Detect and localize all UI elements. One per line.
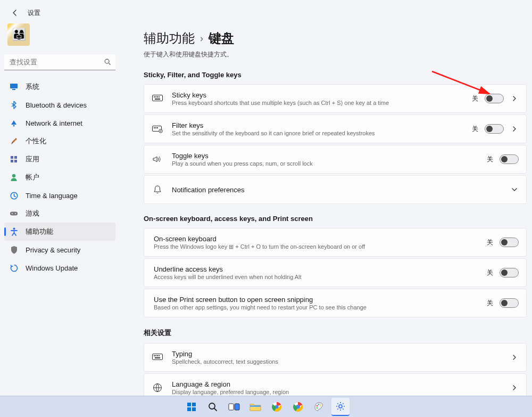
svg-rect-6 — [14, 160, 17, 162]
sidebar-item-time[interactable]: Time & language — [4, 186, 115, 205]
card-desc: Spellcheck, autocorrect, text suggestion… — [172, 358, 502, 365]
sidebar: 👨‍👩‍👧 系统Bluetooth & devicesNetwork & int… — [0, 20, 120, 277]
card-title: Notification preferences — [172, 186, 502, 194]
svg-rect-16 — [157, 96, 158, 97]
clock-icon — [10, 191, 18, 200]
keyboard-icon — [152, 93, 163, 104]
sidebar-item-system[interactable]: 系统 — [4, 78, 115, 96]
underline-access-keys-toggle[interactable] — [500, 268, 519, 277]
svg-rect-35 — [192, 403, 196, 406]
back-button[interactable] — [10, 7, 20, 18]
card-printscreen-snipping[interactable]: Use the Print screen button to open scre… — [144, 289, 527, 317]
chevron-right-icon[interactable] — [510, 354, 519, 361]
taskbar-explorer[interactable] — [246, 398, 264, 416]
breadcrumb-parent[interactable]: 辅助功能 — [144, 30, 195, 47]
card-title: Language & region — [172, 380, 502, 388]
nav-list: 系统Bluetooth & devicesNetwork & internet个… — [4, 78, 115, 277]
sidebar-item-privacy[interactable]: Privacy & security — [4, 241, 115, 259]
sidebar-item-network[interactable]: Network & internet — [4, 114, 115, 132]
chevron-right-icon[interactable] — [510, 384, 519, 391]
gamepad-icon — [10, 209, 18, 218]
card-toggle-keys[interactable]: Toggle keys Play a sound when you press … — [144, 145, 527, 174]
card-desc: Set the sensitivity of the keyboard so i… — [172, 130, 463, 136]
card-title: Use the Print screen button to open scre… — [154, 296, 478, 304]
taskbar — [0, 396, 532, 417]
bluetooth-icon — [10, 101, 18, 109]
sidebar-item-gaming[interactable]: 游戏 — [4, 205, 115, 223]
chevron-right-icon[interactable] — [510, 95, 519, 102]
card-desc: Press the Windows logo key ⊞ + Ctrl + O … — [154, 243, 478, 250]
filter-keys-toggle[interactable] — [485, 124, 504, 134]
sidebar-item-personalization[interactable]: 个性化 — [4, 132, 115, 150]
svg-rect-1 — [10, 84, 18, 88]
avatar: 👨‍👩‍👧 — [7, 23, 30, 46]
svg-rect-40 — [235, 404, 239, 410]
card-onscreen-keyboard[interactable]: On-screen keyboard Press the Windows log… — [144, 228, 527, 257]
taskbar-settings[interactable] — [331, 398, 350, 416]
svg-rect-26 — [155, 355, 156, 356]
taskbar-taskview[interactable] — [225, 398, 243, 416]
toggle-state: 关 — [487, 238, 493, 247]
sticky-keys-toggle[interactable] — [485, 94, 504, 103]
svg-point-7 — [12, 174, 15, 177]
card-notification-prefs[interactable]: Notification preferences — [144, 175, 527, 204]
toggle-keys-toggle[interactable] — [500, 154, 519, 164]
svg-rect-15 — [155, 96, 156, 97]
keyboard-small-icon — [152, 351, 163, 363]
toggle-state: 关 — [472, 94, 478, 103]
card-sticky-keys[interactable]: Sticky keys Press keyboard shortcuts tha… — [144, 84, 527, 113]
card-filter-keys[interactable]: Filter keys Set the sensitivity of the k… — [144, 115, 527, 143]
chevron-right-icon[interactable] — [510, 125, 519, 133]
chevron-down-icon[interactable] — [510, 187, 519, 192]
svg-point-47 — [317, 405, 318, 406]
svg-rect-24 — [153, 354, 163, 360]
chevron-right-icon: › — [200, 33, 203, 44]
sidebar-item-accounts[interactable]: 帐户 — [4, 168, 115, 186]
svg-rect-14 — [154, 96, 155, 97]
sidebar-item-label: 辅助功能 — [26, 227, 53, 236]
breadcrumb: 辅助功能 › 键盘 — [144, 30, 527, 47]
sidebar-item-bluetooth[interactable]: Bluetooth & devices — [4, 96, 115, 114]
svg-rect-2 — [12, 89, 15, 90]
svg-rect-41 — [250, 405, 261, 407]
svg-rect-25 — [154, 355, 155, 356]
svg-rect-39 — [229, 404, 234, 410]
sidebar-item-label: Time & language — [26, 192, 78, 200]
svg-rect-18 — [155, 99, 160, 100]
printscreen-toggle[interactable] — [500, 298, 519, 308]
svg-point-0 — [105, 59, 109, 63]
sidebar-item-update[interactable]: Windows Update — [4, 259, 115, 277]
wifi-icon — [10, 119, 18, 127]
svg-rect-34 — [187, 403, 191, 406]
sidebar-item-label: 个性化 — [26, 136, 46, 146]
onscreen-keyboard-toggle[interactable] — [500, 238, 519, 247]
taskbar-browser1[interactable] — [268, 398, 286, 416]
breadcrumb-current: 键盘 — [209, 30, 234, 47]
card-language-region[interactable]: Language & region Display language, pref… — [144, 373, 527, 396]
start-button[interactable] — [182, 398, 201, 416]
taskbar-app-palette[interactable] — [310, 398, 328, 416]
svg-rect-27 — [157, 355, 158, 356]
taskbar-browser2[interactable] — [289, 398, 307, 416]
svg-rect-37 — [192, 407, 196, 411]
card-typing[interactable]: Typing Spellcheck, autocorrect, text sug… — [144, 343, 527, 372]
bell-icon — [152, 184, 163, 195]
svg-rect-4 — [14, 156, 17, 159]
sidebar-item-accessibility[interactable]: 辅助功能 — [4, 223, 115, 241]
taskbar-search[interactable] — [204, 398, 222, 416]
svg-rect-22 — [157, 127, 158, 128]
search-box[interactable] — [4, 54, 115, 70]
search-input[interactable] — [4, 54, 115, 70]
sidebar-item-label: Bluetooth & devices — [26, 101, 87, 109]
sidebar-item-label: 游戏 — [26, 209, 39, 218]
search-icon — [104, 58, 111, 66]
accessibility-icon — [10, 227, 18, 236]
app-title: 设置 — [28, 9, 40, 18]
card-desc: Display language, preferred language, re… — [172, 389, 502, 395]
profile-block[interactable]: 👨‍👩‍👧 — [4, 20, 115, 52]
card-underline-access-keys[interactable]: Underline access keys Access keys will b… — [144, 258, 527, 287]
sidebar-item-apps[interactable]: 应用 — [4, 150, 115, 168]
sidebar-item-label: 帐户 — [26, 173, 39, 182]
svg-point-12 — [13, 228, 15, 230]
svg-point-50 — [317, 407, 318, 408]
